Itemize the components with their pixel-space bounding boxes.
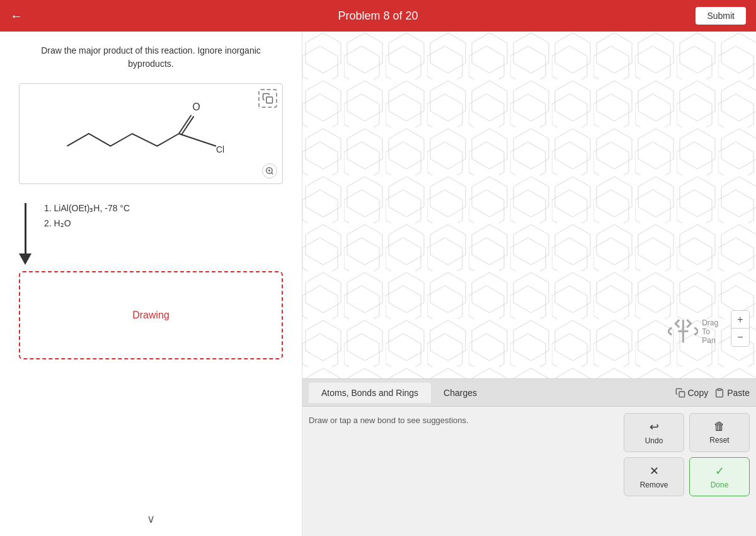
remove-done-row: ✕ Remove ✓ Done	[624, 457, 750, 496]
drawing-box[interactable]: Drawing	[19, 271, 283, 359]
drawing-label: Drawing	[132, 310, 169, 321]
toolbar-left: Draw or tap a new bond to see suggestion…	[309, 413, 617, 530]
reset-icon: 🗑	[714, 420, 725, 433]
zoom-out-button[interactable]: −	[731, 329, 749, 346]
molecule-structure: O Cl	[26, 90, 276, 177]
svg-line-1	[179, 115, 192, 134]
svg-line-4	[179, 134, 216, 146]
right-panel: Drag To Pan + − Atoms, Bonds and Rings C…	[302, 32, 756, 536]
reagent-1: 1. LiAl(OEt)₃H, -78 °C	[44, 203, 130, 213]
header: ← Problem 8 of 20 Submit	[0, 0, 756, 32]
svg-text:O: O	[193, 102, 200, 112]
undo-icon: ↩	[650, 420, 659, 434]
toolbar-right: ↩ Undo 🗑 Reset ✕ Remove	[624, 413, 750, 530]
toolbar-main: Draw or tap a new bond to see suggestion…	[302, 407, 756, 536]
remove-icon: ✕	[650, 464, 659, 478]
zoom-icon[interactable]	[262, 163, 277, 178]
arrow-section: 1. LiAl(OEt)₃H, -78 °C 2. H₂O	[19, 197, 283, 265]
remove-button[interactable]: ✕ Remove	[624, 457, 684, 496]
molecule-copy-icon[interactable]	[258, 89, 277, 108]
done-button[interactable]: ✓ Done	[689, 457, 750, 496]
tab-charges[interactable]: Charges	[431, 383, 490, 403]
problem-title: Problem 8 of 20	[338, 9, 418, 23]
svg-line-2	[181, 116, 194, 135]
svg-rect-14	[718, 388, 721, 390]
instruction-text: Draw the major product of this reaction.…	[19, 44, 283, 71]
left-panel: Draw the major product of this reaction.…	[0, 32, 302, 536]
undo-button[interactable]: ↩ Undo	[624, 413, 684, 452]
chevron-down-icon[interactable]: ∨	[147, 512, 155, 526]
done-icon: ✓	[715, 464, 724, 478]
reaction-arrow	[19, 197, 32, 265]
copy-button[interactable]: Copy	[675, 388, 709, 398]
tab-atoms-bonds-rings[interactable]: Atoms, Bonds and Rings	[309, 383, 431, 403]
bottom-toolbar: Atoms, Bonds and Rings Charges Copy Past…	[302, 378, 756, 536]
svg-rect-13	[679, 392, 685, 397]
reset-button[interactable]: 🗑 Reset	[689, 413, 750, 452]
molecule-box: O Cl	[19, 83, 283, 184]
drag-to-pan-hint: Drag To Pan	[668, 316, 725, 347]
main-container: Draw the major product of this reaction.…	[0, 32, 756, 536]
zoom-controls: + −	[731, 310, 750, 347]
back-button[interactable]: ←	[10, 9, 23, 23]
submit-button[interactable]: Submit	[696, 7, 746, 25]
reagent-2: 2. H₂O	[44, 218, 130, 228]
toolbar-tabs: Atoms, Bonds and Rings Charges Copy Past…	[302, 379, 756, 407]
svg-rect-0	[266, 97, 273, 103]
svg-line-7	[272, 173, 273, 175]
reagents: 1. LiAl(OEt)₃H, -78 °C 2. H₂O	[44, 197, 130, 233]
svg-text:Cl: Cl	[216, 145, 224, 154]
copy-paste-group: Copy Paste	[675, 388, 750, 398]
undo-reset-row: ↩ Undo 🗑 Reset	[624, 413, 750, 452]
paste-button[interactable]: Paste	[714, 388, 750, 398]
hex-grid[interactable]: Drag To Pan + −	[302, 32, 756, 378]
suggestion-text: Draw or tap a new bond to see suggestion…	[309, 416, 617, 425]
zoom-in-button[interactable]: +	[731, 311, 749, 329]
